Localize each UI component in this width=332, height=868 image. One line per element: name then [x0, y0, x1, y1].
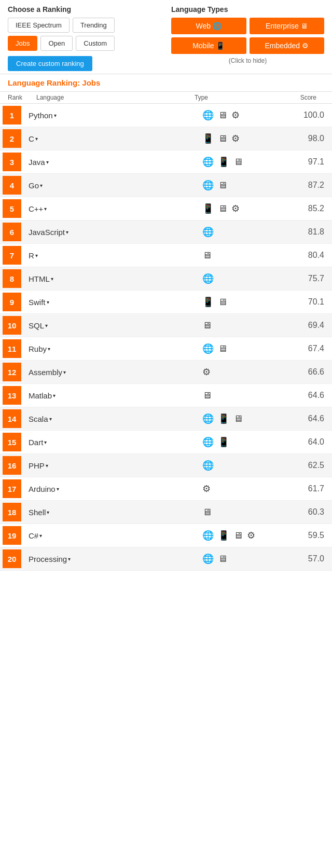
rank-badge: 1 — [3, 106, 21, 125]
enterprise-icon: 🖥 — [218, 297, 227, 308]
table-header: Rank Language Type Score — [0, 92, 332, 104]
table-row: 15Dart▾🌐📱64.0 — [0, 431, 332, 454]
table-row: 8HTML▾🌐75.7 — [0, 267, 332, 291]
rank-badge: 9 — [3, 293, 21, 311]
type-icons: 🖥 — [202, 320, 285, 331]
score-value: 81.8 — [285, 227, 332, 237]
dropdown-arrow[interactable]: ▾ — [45, 323, 48, 328]
language-types-title: Language Types — [171, 5, 324, 13]
rank-badge: 5 — [3, 199, 21, 218]
dropdown-arrow[interactable]: ▾ — [49, 416, 52, 422]
btn-ieee-spectrum[interactable]: IEEE Spectrum — [8, 18, 70, 33]
rank-cell: 2 — [0, 127, 29, 150]
table-row: 19C#▾🌐📱🖥⚙59.5 — [0, 524, 332, 547]
btn-trending[interactable]: Trending — [73, 18, 115, 33]
table-row: 10SQL▾🖥69.4 — [0, 314, 332, 337]
dropdown-arrow[interactable]: ▾ — [47, 299, 49, 305]
dropdown-arrow[interactable]: ▾ — [68, 556, 71, 562]
type-icons: 🌐🖥 — [202, 553, 285, 564]
enterprise-icon: 🖥 — [218, 133, 227, 144]
language-name[interactable]: Scala▾ — [29, 415, 202, 423]
left-panel: Choose a Ranking IEEE Spectrum Trending … — [8, 5, 161, 71]
rank-cell: 5 — [0, 197, 29, 220]
dropdown-arrow[interactable]: ▾ — [66, 229, 68, 235]
table-row: 3Java▾🌐📱🖥97.1 — [0, 150, 332, 174]
rank-badge: 4 — [3, 176, 21, 195]
score-value: 57.0 — [285, 554, 332, 563]
table-row: 6JavaScript▾🌐81.8 — [0, 221, 332, 244]
dropdown-arrow[interactable]: ▾ — [46, 159, 49, 165]
enterprise-icon: 🖥 — [202, 390, 212, 401]
table-row: 13Matlab▾🖥64.6 — [0, 384, 332, 407]
language-name[interactable]: JavaScript▾ — [29, 228, 202, 237]
btn-mobile[interactable]: Mobile 📱 — [171, 37, 246, 54]
rank-cell: 14 — [0, 407, 29, 430]
language-name[interactable]: Shell▾ — [29, 508, 202, 517]
table-row: 16PHP▾🌐62.5 — [0, 454, 332, 477]
language-name[interactable]: PHP▾ — [29, 461, 202, 470]
language-name[interactable]: Ruby▾ — [29, 345, 202, 353]
btn-jobs[interactable]: Jobs — [8, 36, 37, 51]
table-row: 14Scala▾🌐📱🖥64.6 — [0, 407, 332, 431]
type-icons: 🌐🖥 — [202, 180, 285, 191]
dropdown-arrow[interactable]: ▾ — [44, 206, 47, 212]
rank-cell: 19 — [0, 524, 29, 547]
enterprise-icon: 🖥 — [233, 157, 243, 168]
dropdown-arrow[interactable]: ▾ — [46, 463, 48, 469]
type-icons: 🌐📱🖥 — [202, 413, 285, 424]
dropdown-arrow[interactable]: ▾ — [53, 393, 56, 398]
score-value: 87.2 — [285, 181, 332, 190]
ranking-button-group-2: Jobs Open Custom — [8, 36, 161, 51]
dropdown-arrow[interactable]: ▾ — [63, 369, 66, 375]
score-value: 97.1 — [285, 157, 332, 167]
dropdown-arrow[interactable]: ▾ — [57, 486, 59, 492]
language-name[interactable]: SQL▾ — [29, 321, 202, 330]
dropdown-arrow[interactable]: ▾ — [47, 509, 49, 515]
btn-web[interactable]: Web 🌐 — [171, 18, 246, 34]
language-name[interactable]: Assembly▾ — [29, 368, 202, 377]
btn-embedded[interactable]: Embedded ⚙ — [250, 37, 325, 54]
web-icon: 🌐 — [202, 156, 214, 168]
dropdown-arrow[interactable]: ▾ — [35, 136, 38, 142]
dropdown-arrow[interactable]: ▾ — [54, 113, 57, 118]
embedded-icon: ⚙ — [231, 109, 240, 121]
choose-ranking-title: Choose a Ranking — [8, 5, 161, 13]
rank-cell: 20 — [0, 547, 29, 570]
rank-badge: 15 — [3, 433, 21, 451]
language-name[interactable]: Processing▾ — [29, 555, 202, 563]
dropdown-arrow[interactable]: ▾ — [51, 276, 53, 282]
language-name[interactable]: C++▾ — [29, 204, 202, 213]
language-name[interactable]: Matlab▾ — [29, 391, 202, 400]
create-custom-ranking-button[interactable]: Create custom ranking — [8, 56, 92, 71]
btn-custom[interactable]: Custom — [76, 36, 115, 51]
table-row: 5C++▾📱🖥⚙85.2 — [0, 197, 332, 221]
language-name[interactable]: C▾ — [29, 134, 202, 143]
table-row: 9Swift▾📱🖥70.1 — [0, 291, 332, 314]
score-value: 61.7 — [285, 484, 332, 493]
dropdown-arrow[interactable]: ▾ — [39, 533, 42, 539]
dropdown-arrow[interactable]: ▾ — [44, 439, 47, 445]
rank-badge: 13 — [3, 386, 21, 405]
dropdown-arrow[interactable]: ▾ — [40, 183, 43, 188]
dropdown-arrow[interactable]: ▾ — [35, 253, 38, 258]
dropdown-arrow[interactable]: ▾ — [48, 346, 50, 352]
click-to-hide-text[interactable]: (Click to hide) — [171, 57, 324, 64]
web-icon: 🌐 — [202, 530, 214, 541]
language-name[interactable]: HTML▾ — [29, 274, 202, 283]
language-name[interactable]: Swift▾ — [29, 298, 202, 307]
language-name[interactable]: Arduino▾ — [29, 485, 202, 493]
language-name[interactable]: R▾ — [29, 251, 202, 260]
web-icon: 🌐 — [202, 180, 214, 191]
rank-badge: 11 — [3, 339, 21, 358]
web-icon: 🌐 — [202, 460, 214, 471]
language-name[interactable]: Python▾ — [29, 111, 202, 120]
rank-cell: 10 — [0, 314, 29, 337]
btn-enterprise[interactable]: Enterprise 🖥 — [250, 18, 325, 34]
btn-open[interactable]: Open — [40, 36, 73, 51]
language-name[interactable]: Go▾ — [29, 181, 202, 190]
language-name[interactable]: Java▾ — [29, 158, 202, 167]
language-name[interactable]: C#▾ — [29, 531, 202, 540]
score-value: 66.6 — [285, 367, 332, 377]
language-name[interactable]: Dart▾ — [29, 438, 202, 447]
web-icon: 🌐 — [202, 436, 214, 448]
